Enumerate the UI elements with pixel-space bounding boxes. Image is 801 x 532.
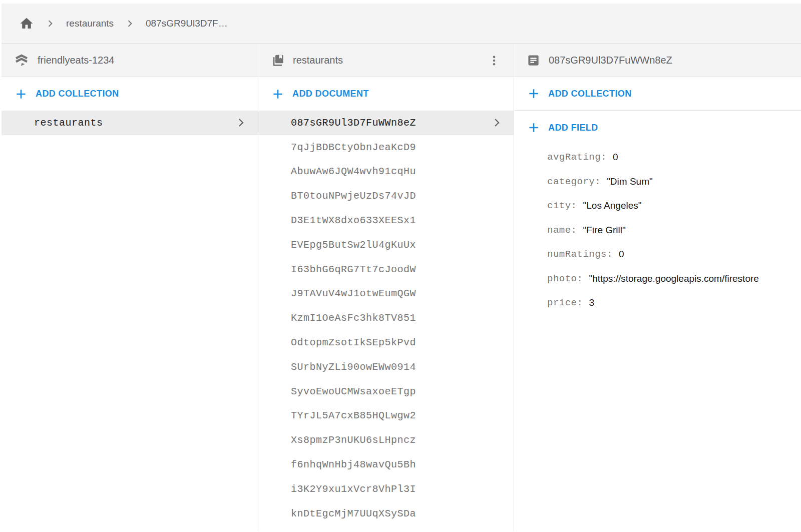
chevron-right-icon bbox=[45, 19, 55, 29]
breadcrumb-item-restaurants[interactable]: restaurants bbox=[66, 18, 114, 29]
field-value: "Dim Sum" bbox=[607, 176, 653, 187]
kebab-menu-icon[interactable] bbox=[488, 54, 501, 67]
field-list: avgRating: 0 category: "Dim Sum" city: "… bbox=[514, 145, 801, 315]
field-value: "Fire Grill" bbox=[583, 225, 626, 236]
field-separator: : bbox=[571, 225, 577, 236]
field-separator: : bbox=[595, 176, 601, 187]
document-id: f6nhqWnHbj48wavQu5Bh bbox=[291, 459, 416, 470]
document-detail-panel: 087sGR9Ul3D7FuWWn8eZ ADD COLLECTION ADD … bbox=[514, 44, 801, 531]
article-icon bbox=[527, 54, 540, 67]
field-key: price bbox=[547, 297, 577, 308]
document-id: OdtopmZsotIkSEp5kPvd bbox=[291, 337, 416, 348]
collections-bookmark-icon bbox=[271, 54, 284, 67]
document-row[interactable]: J9TAVuV4wJ1otwEumQGW bbox=[258, 282, 514, 306]
field-value: 0 bbox=[619, 249, 624, 260]
document-row[interactable]: OdtopmZsotIkSEp5kPvd bbox=[258, 330, 514, 355]
document-row[interactable]: 7qJjBDBCtyObnJeaKcD9 bbox=[258, 135, 514, 160]
collection-row-restaurants[interactable]: restaurants bbox=[2, 111, 258, 135]
home-icon[interactable] bbox=[19, 16, 34, 31]
document-id: 087sGR9Ul3D7FuWWn8eZ bbox=[291, 117, 416, 129]
field-separator: : bbox=[571, 200, 577, 211]
document-id: SUrbNyZLi90owEWw0914 bbox=[291, 361, 416, 373]
plus-icon bbox=[527, 121, 540, 134]
document-id: Xs8pmzP3nUKU6sLHpncz bbox=[291, 434, 416, 446]
document-id: KzmI1OeAsFc3hk8TV851 bbox=[291, 312, 416, 324]
document-panel-header: 087sGR9Ul3D7FuWWn8eZ bbox=[514, 44, 801, 77]
document-row[interactable]: KzmI1OeAsFc3hk8TV851 bbox=[258, 306, 514, 330]
field-row[interactable]: name: "Fire Grill" bbox=[514, 218, 801, 243]
breadcrumb-item-document[interactable]: 087sGR9Ul3D7F… bbox=[146, 18, 228, 29]
field-key: numRatings bbox=[547, 249, 607, 260]
chevron-right-icon bbox=[491, 117, 503, 129]
document-row[interactable]: SyvoEwoUCMWsaxoeETgp bbox=[258, 379, 514, 404]
database-panel-header: friendlyeats-1234 bbox=[2, 44, 258, 77]
field-row[interactable]: category: "Dim Sum" bbox=[514, 170, 801, 194]
document-id: SyvoEwoUCMWsaxoeETgp bbox=[291, 386, 416, 397]
document-id: I63bhG6qRG7Tt7cJoodW bbox=[291, 264, 416, 275]
field-row[interactable]: photo: "https://storage.googleapis.com/f… bbox=[514, 267, 801, 291]
field-row[interactable]: numRatings: 0 bbox=[514, 242, 801, 267]
firestore-data-viewer: restaurants 087sGR9Ul3D7F… friendlyeats-… bbox=[0, 0, 801, 532]
field-row[interactable]: avgRating: 0 bbox=[514, 145, 801, 170]
document-id: EVEpg5ButSw2lU4gKuUx bbox=[291, 239, 416, 251]
document-row[interactable]: i3K2Y9xu1xVcr8VhPl3I bbox=[258, 477, 514, 501]
field-separator: : bbox=[601, 152, 607, 163]
field-separator: : bbox=[577, 273, 583, 284]
document-id: AbuwAw6JQW4wvh91cqHu bbox=[291, 166, 416, 177]
document-row[interactable]: AbuwAw6JQW4wvh91cqHu bbox=[258, 160, 514, 184]
document-row[interactable]: f6nhqWnHbj48wavQu5Bh bbox=[258, 452, 514, 477]
document-row[interactable]: knDtEgcMjM7UUqXSySDa bbox=[258, 501, 514, 526]
field-key: category bbox=[547, 176, 595, 187]
field-value: 0 bbox=[613, 152, 618, 163]
document-row[interactable]: 087sGR9Ul3D7FuWWn8eZ bbox=[258, 111, 514, 135]
chevron-right-icon bbox=[125, 19, 135, 29]
field-key: avgRating bbox=[547, 152, 601, 163]
field-value: 3 bbox=[589, 297, 594, 308]
document-row[interactable]: Xs8pmzP3nUKU6sLHpncz bbox=[258, 428, 514, 452]
add-document-button[interactable]: ADD DOCUMENT bbox=[258, 77, 514, 111]
plus-icon bbox=[15, 88, 28, 101]
document-id: 7qJjBDBCtyObnJeaKcD9 bbox=[291, 142, 416, 153]
plus-icon bbox=[527, 87, 540, 100]
field-value: "https://storage.googleapis.com/firestor… bbox=[589, 273, 758, 284]
chevron-right-icon bbox=[235, 117, 247, 129]
document-id: BT0touNPwjeUzDs74vJD bbox=[291, 190, 416, 202]
document-row[interactable]: D3E1tWX8dxo633XEESx1 bbox=[258, 208, 514, 233]
add-collection-button[interactable]: ADD COLLECTION bbox=[514, 77, 801, 111]
document-row[interactable]: EVEpg5ButSw2lU4gKuUx bbox=[258, 233, 514, 257]
breadcrumb: restaurants 087sGR9Ul3D7F… bbox=[2, 4, 801, 44]
add-field-button[interactable]: ADD FIELD bbox=[514, 111, 801, 145]
document-row[interactable]: I63bhG6qRG7Tt7cJoodW bbox=[258, 257, 514, 282]
collection-title: restaurants bbox=[293, 55, 343, 66]
field-key: photo bbox=[547, 273, 577, 284]
document-id: knDtEgcMjM7UUqXSySDa bbox=[291, 508, 416, 519]
firestore-logo-icon bbox=[14, 53, 29, 68]
database-title: friendlyeats-1234 bbox=[38, 55, 114, 66]
field-key: city bbox=[547, 200, 571, 211]
plus-icon bbox=[271, 88, 284, 101]
field-row[interactable]: price: 3 bbox=[514, 291, 801, 315]
add-document-label: ADD DOCUMENT bbox=[292, 89, 369, 99]
document-title: 087sGR9Ul3D7FuWWn8eZ bbox=[549, 55, 672, 66]
document-id: J9TAVuV4wJ1otwEumQGW bbox=[291, 288, 416, 299]
collection-panel-header: restaurants bbox=[258, 44, 514, 77]
add-field-label: ADD FIELD bbox=[548, 123, 598, 133]
document-row[interactable]: BT0touNPwjeUzDs74vJD bbox=[258, 184, 514, 208]
document-row[interactable]: SUrbNyZLi90owEWw0914 bbox=[258, 355, 514, 379]
collection-id: restaurants bbox=[34, 117, 103, 129]
document-id: D3E1tWX8dxo633XEESx1 bbox=[291, 215, 416, 226]
documents-panel: restaurants ADD DOCUMENT 087sGR9Ul3D7FuW… bbox=[258, 44, 514, 531]
field-value: "Los Angeles" bbox=[583, 200, 642, 211]
add-collection-label: ADD COLLECTION bbox=[548, 89, 632, 99]
field-key: name bbox=[547, 225, 571, 236]
field-separator: : bbox=[607, 249, 613, 260]
field-row[interactable]: city: "Los Angeles" bbox=[514, 194, 801, 218]
add-collection-button[interactable]: ADD COLLECTION bbox=[2, 77, 258, 111]
add-collection-label: ADD COLLECTION bbox=[36, 89, 119, 99]
field-separator: : bbox=[577, 297, 583, 308]
document-id: i3K2Y9xu1xVcr8VhPl3I bbox=[291, 483, 416, 495]
collections-panel: friendlyeats-1234 ADD COLLECTION restaur… bbox=[2, 44, 258, 531]
document-id: TYrJL5A7cxB85HQLwgw2 bbox=[291, 410, 416, 421]
document-row[interactable]: TYrJL5A7cxB85HQLwgw2 bbox=[258, 404, 514, 428]
